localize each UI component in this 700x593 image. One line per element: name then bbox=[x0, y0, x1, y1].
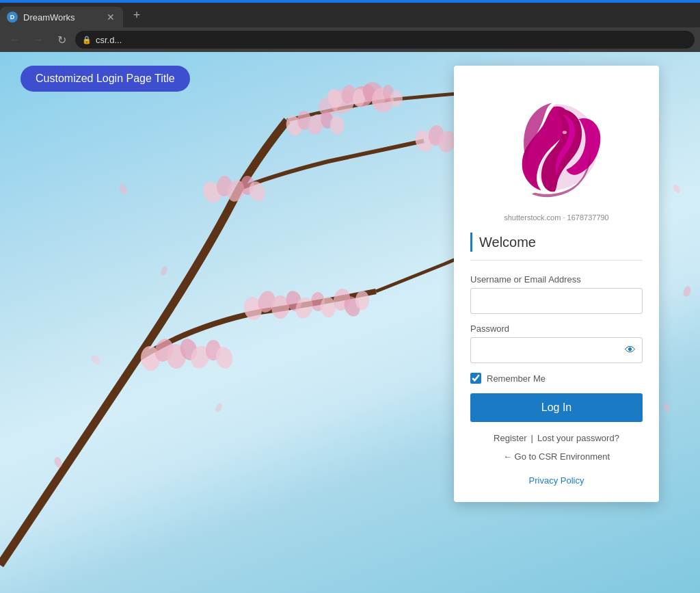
back-button[interactable]: ← bbox=[5, 30, 25, 49]
csr-environment-link[interactable]: ← Go to CSR Environment bbox=[503, 451, 610, 462]
register-lost-password-row: Register | Lost your password? bbox=[470, 433, 643, 443]
welcome-section: Welcome bbox=[470, 233, 643, 261]
privacy-policy-link[interactable]: Privacy Policy bbox=[529, 475, 584, 486]
brand-logo bbox=[502, 86, 611, 209]
remember-me-row: Remember Me bbox=[470, 373, 643, 384]
username-input-wrap bbox=[470, 288, 643, 314]
tab-close-button[interactable]: ✕ bbox=[105, 12, 116, 23]
login-card: shutterstock.com · 1678737790 Welcome Us… bbox=[454, 66, 659, 502]
browser-chrome: D DreamWorks ✕ + ← → ↻ 🔒 csr.d... bbox=[0, 3, 700, 52]
password-input[interactable] bbox=[470, 337, 643, 363]
tab-bar: D DreamWorks ✕ + bbox=[0, 3, 700, 27]
forward-button[interactable]: → bbox=[29, 30, 48, 49]
password-label: Password bbox=[470, 324, 643, 334]
logo-attribution: shutterstock.com · 1678737790 bbox=[504, 213, 608, 222]
username-label: Username or Email Address bbox=[470, 274, 643, 285]
card-body: Welcome Username or Email Address Passwo… bbox=[454, 233, 659, 486]
username-input[interactable] bbox=[470, 288, 643, 314]
toggle-password-icon[interactable]: 👁 bbox=[625, 344, 636, 356]
links-divider: | bbox=[531, 433, 533, 443]
address-bar[interactable]: 🔒 csr.d... bbox=[75, 31, 695, 49]
remember-me-checkbox[interactable] bbox=[470, 373, 481, 384]
new-tab-button[interactable]: + bbox=[127, 5, 146, 25]
remember-me-label: Remember Me bbox=[487, 373, 546, 384]
active-tab[interactable]: D DreamWorks ✕ bbox=[0, 7, 123, 27]
page-content: Customized Login Page Title bbox=[0, 52, 700, 593]
title-badge: Customized Login Page Title bbox=[21, 66, 190, 92]
username-field-group: Username or Email Address bbox=[470, 274, 643, 314]
reload-button[interactable]: ↻ bbox=[52, 30, 71, 49]
login-button[interactable]: Log In bbox=[470, 393, 643, 422]
welcome-accent-bar bbox=[470, 233, 472, 252]
register-link[interactable]: Register bbox=[494, 433, 526, 443]
logo-area: shutterstock.com · 1678737790 bbox=[454, 66, 659, 233]
address-bar-row: ← → ↻ 🔒 csr.d... bbox=[0, 27, 700, 52]
title-badge-text: Customized Login Page Title bbox=[36, 73, 175, 84]
svg-point-54 bbox=[563, 131, 567, 134]
tab-favicon: D bbox=[7, 12, 18, 23]
tab-title: DreamWorks bbox=[23, 12, 100, 23]
lost-password-link[interactable]: Lost your password? bbox=[537, 433, 619, 443]
csr-link-row: ← Go to CSR Environment bbox=[470, 451, 643, 462]
password-input-wrap: 👁 bbox=[470, 337, 643, 363]
password-field-group: Password 👁 bbox=[470, 324, 643, 363]
lock-icon: 🔒 bbox=[82, 36, 92, 44]
url-text: csr.d... bbox=[96, 35, 122, 45]
privacy-policy-row: Privacy Policy bbox=[470, 475, 643, 486]
welcome-text: Welcome bbox=[479, 235, 536, 250]
